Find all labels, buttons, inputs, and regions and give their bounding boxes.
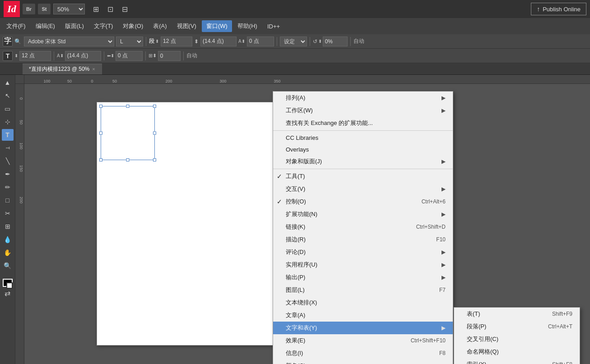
leading-icon: ⬍ — [194, 38, 199, 45]
eyedropper-tool[interactable]: 💧 — [2, 234, 14, 245]
stock-button[interactable]: St — [38, 4, 51, 14]
separator-7 — [145, 51, 146, 60]
tracking-group: A⬍ — [238, 39, 245, 44]
bridge-button[interactable]: Br — [23, 4, 35, 14]
leading-group: ⬍ — [194, 38, 199, 45]
shortcut-biao: Shift+F9 — [552, 311, 572, 317]
menu-item-duixiang[interactable]: 对象和版面(J) ▶ — [273, 155, 453, 168]
menu-layout[interactable]: 版面(L) — [60, 20, 88, 32]
submenu-item-jiaocha[interactable]: 交叉引用(C) — [454, 333, 580, 346]
layout-btn-3[interactable]: ⊟ — [118, 4, 131, 14]
menu-idpp[interactable]: ID++ — [263, 21, 284, 32]
menu-item-gongzuoqu[interactable]: 工作区(W) ▶ — [273, 104, 453, 117]
tab-title: *直排内横排1223 @ 50% — [29, 65, 89, 73]
menu-item-xinxi[interactable]: 信息(I) F8 — [273, 347, 453, 359]
top-bar: Id Br St 50% 25% 75% 100% ⊞ ⊡ ⊟ ↑ Publis… — [0, 0, 590, 18]
rect-tool[interactable]: □ — [2, 194, 14, 206]
shortcut-xiaoguo: Ctrl+Shift+F10 — [411, 337, 446, 344]
submenu-item-duan[interactable]: 段落(P) Ctrl+Alt+T — [454, 320, 580, 333]
menu-item-gongju[interactable]: ✓ 工具(T) — [273, 170, 453, 183]
tracking-input[interactable] — [247, 37, 274, 46]
menu-item-yanse[interactable]: 颜色(C) ▶ — [273, 359, 453, 364]
gap-tool[interactable]: ⊹ — [2, 116, 14, 128]
menu-item-shuchu[interactable]: 输出(P) ▶ — [273, 271, 453, 284]
menu-item-xiaoguo[interactable]: 效果(E) Ctrl+Shift+F10 — [273, 334, 453, 347]
arrow-shiyong: ▶ — [441, 262, 446, 268]
type-vertical-tool[interactable]: T — [2, 142, 14, 154]
font-style-selector[interactable]: L — [116, 37, 143, 46]
swap-fill-stroke[interactable]: ⇄ — [5, 289, 10, 298]
menu-help[interactable]: 帮助(H) — [233, 20, 262, 32]
fill-stroke-indicator[interactable] — [3, 279, 13, 287]
menu-item-exchange[interactable]: 查找有关 Exchange 的扩展功能... — [273, 117, 453, 129]
separator-1 — [146, 37, 146, 46]
menu-item-miaobiao[interactable]: 描边(R) F10 — [273, 233, 453, 246]
separator-2 — [277, 37, 277, 46]
rotation-input[interactable] — [323, 37, 348, 46]
menu-item-kuozhan[interactable]: 扩展功能(N) ▶ — [273, 208, 453, 221]
separator-8 — [183, 51, 184, 60]
selection-tool[interactable]: ▲ — [2, 77, 14, 88]
separator-4 — [350, 37, 351, 46]
para-size-input[interactable] — [19, 51, 51, 61]
auto-label: 自动 — [353, 37, 364, 45]
menu-text[interactable]: 文字(T) — [89, 20, 118, 32]
menu-file[interactable]: 文件(F) — [2, 20, 30, 32]
menu-window[interactable]: 窗口(W) — [202, 20, 232, 32]
menu-item-tuceng[interactable]: 图层(L) F7 — [273, 284, 453, 296]
scissors-tool[interactable]: ✂ — [2, 207, 14, 219]
submenu-item-mingming[interactable]: 命名网格(Q) — [454, 346, 580, 358]
settings-selector[interactable]: 设定 — [280, 37, 307, 46]
page-tool[interactable]: ▭ — [2, 103, 14, 115]
menu-item-wenzhang[interactable]: 文章(A) — [273, 309, 453, 322]
shortcut-suoyin: Shift+F8 — [552, 361, 572, 364]
left-toolbar: ▲ ↖ ▭ ⊹ T T ╲ ✒ ✏ □ ✂ ⊞ 💧 ✋ 🔍 ⇄ — [0, 75, 15, 364]
layout-btn-2[interactable]: ⊡ — [104, 4, 116, 14]
menu-item-overlays[interactable]: Overlays — [273, 143, 453, 155]
zoom-tool[interactable]: 🔍 — [2, 260, 14, 272]
pencil-tool[interactable]: ✏ — [2, 181, 14, 193]
layout-btn-1[interactable]: ⊞ — [89, 4, 102, 14]
menu-view[interactable]: 视图(V) — [172, 20, 201, 32]
shortcut-duan: Ctrl+Alt+T — [548, 323, 572, 330]
menu-item-cclibs[interactable]: CC Libraries — [273, 132, 453, 143]
transform-tool[interactable]: ⊞ — [2, 221, 14, 232]
menu-item-lianjie[interactable]: 链接(K) Ctrl+Shift+D — [273, 221, 453, 233]
size-label: 段 — [149, 37, 154, 45]
menu-item-paixian[interactable]: 排列(A) ▶ — [273, 92, 453, 104]
submenu-item-suoyin[interactable]: 索引(X) Shift+F8 — [454, 358, 580, 364]
document-tab[interactable]: *直排内横排1223 @ 50% × — [23, 64, 102, 74]
menu-item-wenzi[interactable]: 文字和表(Y) ▶ — [273, 322, 453, 334]
submenu-item-biao[interactable]: 表(T) Shift+F9 — [454, 308, 580, 320]
divider-1 — [273, 130, 453, 131]
para-grid-input[interactable] — [158, 51, 181, 61]
direct-select-tool[interactable]: ↖ — [2, 90, 14, 101]
menu-item-shiyong[interactable]: 实用程序(U) ▶ — [273, 258, 453, 271]
leading-input[interactable] — [200, 37, 237, 46]
shortcut-kongzhi: Ctrl+Alt+6 — [422, 198, 446, 205]
font-selector[interactable]: Adobe 宋体 Std — [24, 37, 114, 46]
window-menu: 排列(A) ▶ 工作区(W) ▶ 查找有关 Exchange 的扩展功能... … — [273, 91, 453, 364]
paragraph-toolbar: T ⬍ A⬍ ⬅⬍ ⊞⬍ 自动 — [0, 49, 590, 63]
shortcut-tuceng: F7 — [439, 287, 446, 293]
menu-item-pinglun[interactable]: 评论(D) ▶ — [273, 246, 453, 258]
pen-tool[interactable]: ✒ — [2, 168, 14, 180]
hand-tool[interactable]: ✋ — [2, 247, 14, 258]
para-indent-input[interactable] — [116, 51, 143, 61]
zoom-selector[interactable]: 50% 25% 75% 100% — [53, 4, 85, 14]
line-tool[interactable]: ╲ — [2, 155, 14, 167]
menu-item-jiaohu[interactable]: 交互(V) ▶ — [273, 183, 453, 195]
menu-item-wenben[interactable]: 文本绕排(X) — [273, 296, 453, 309]
arrow-kuozhan: ▶ — [441, 211, 446, 217]
para-tracking-input[interactable] — [65, 51, 101, 61]
font-size-input[interactable] — [161, 37, 192, 46]
publish-online-button[interactable]: ↑ Publish Online — [531, 3, 586, 15]
menu-object[interactable]: 对象(O) — [118, 20, 148, 32]
tab-bar: *直排内横排1223 @ 50% × — [0, 63, 590, 75]
tab-close-btn[interactable]: × — [92, 66, 95, 72]
type-tool[interactable]: T — [2, 129, 14, 141]
menu-edit[interactable]: 编辑(E) — [31, 20, 60, 32]
menu-item-kongzhi[interactable]: ✓ 控制(O) Ctrl+Alt+6 — [273, 195, 453, 208]
menu-table[interactable]: 表(A) — [149, 20, 171, 32]
rotate-icon: ↺ — [313, 38, 317, 45]
